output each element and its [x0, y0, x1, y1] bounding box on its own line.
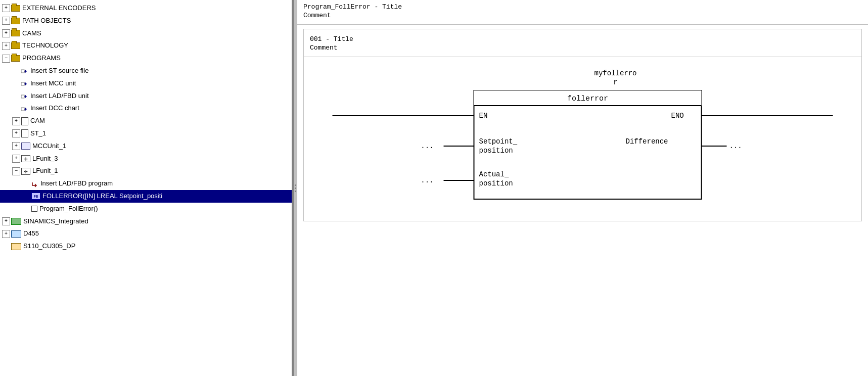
editor-panel: Program_FollError - Title Comment 001 - … — [297, 0, 868, 376]
label-s110: S110_CU305_DP — [23, 241, 75, 252]
port-setpoint-label2: position — [479, 147, 513, 155]
lf-icon-lfunit1: ✛ — [21, 168, 30, 175]
expand-icon-d455[interactable]: + — [2, 230, 10, 238]
tree-item-st1[interactable]: + ST_1 — [0, 127, 292, 140]
label-programs: PROGRAMS — [22, 53, 61, 64]
actual-ellipsis: ... — [421, 176, 433, 184]
lad-arrow-icon — [31, 181, 38, 187]
instance-name-line1: myfollerro — [594, 69, 636, 77]
label-lfunit1: LFunit_1 — [32, 166, 58, 176]
tree-item-lfunit3[interactable]: + ✛ LFunit_3 — [0, 153, 292, 165]
svg-rect-0 — [21, 70, 24, 73]
tree-item-program-follerror[interactable]: Program_FollError() — [0, 203, 292, 215]
rung-container: 001 - Title Comment myfollerro r follerr… — [303, 29, 862, 221]
label-mccunit1: MCCUnit_1 — [32, 141, 66, 152]
port-eno-label: ENO — [671, 112, 684, 120]
placeholder-program-follerror — [22, 205, 30, 213]
tree-item-mccunit1[interactable]: + MCCUnit_1 — [0, 140, 292, 153]
label-lfunit3: LFunit_3 — [32, 154, 58, 164]
expand-icon-lfunit1[interactable]: − — [12, 167, 20, 175]
difference-ellipsis: ... — [729, 142, 742, 150]
expand-icon-path-objects[interactable]: + — [2, 17, 10, 25]
tree-item-insert-lad[interactable]: Insert LAD/FBD unit — [0, 90, 292, 103]
tree-item-lfunit1[interactable]: − ✛ LFunit_1 — [0, 165, 292, 177]
label-insert-lad-prog: Insert LAD/FBD program — [40, 178, 113, 189]
splitter-dot-1 — [295, 184, 296, 186]
label-sinamics: SINAMICS_Integrated — [23, 216, 88, 227]
label-path-objects: PATH OBJECTS — [22, 16, 71, 26]
panel-splitter[interactable] — [293, 0, 297, 376]
placeholder-insert-lad-prog — [22, 180, 30, 188]
tree-item-s110[interactable]: S110_CU305_DP — [0, 240, 292, 253]
expand-icon-cams[interactable]: + — [2, 29, 10, 37]
tree-item-cam[interactable]: + CAM — [0, 115, 292, 127]
file-icon-cam — [21, 117, 28, 125]
label-insert-st: Insert ST source file — [30, 66, 88, 76]
tree-item-insert-lad-prog[interactable]: Insert LAD/FBD program — [0, 177, 292, 190]
port-actual-label1: Actual_ — [479, 170, 509, 178]
label-st1: ST_1 — [30, 128, 46, 139]
splitter-dot-3 — [295, 191, 296, 192]
tree-item-path-objects[interactable]: + PATH OBJECTS — [0, 15, 292, 27]
arrow-icon-insert-lad — [21, 93, 28, 99]
port-en-label: EN — [479, 112, 488, 120]
port-actual-label2: position — [479, 179, 513, 187]
expand-icon-mccunit1[interactable]: + — [12, 142, 20, 150]
expand-icon-external-encoders[interactable]: + — [2, 4, 10, 12]
tree-item-insert-dcc[interactable]: Insert DCC chart — [0, 102, 292, 115]
file-icon-st1 — [21, 129, 28, 137]
tree-item-follerror-fn[interactable]: FB FOLLERROR([IN] LREAL Setpoint_positi — [0, 190, 292, 203]
d455-icon — [11, 230, 21, 238]
tree-panel: + EXTERNAL ENCODERS + PATH OBJECTS + CAM… — [0, 0, 293, 376]
fbd-block-title: follerror — [567, 95, 608, 103]
folder-icon-technology — [11, 42, 20, 49]
arrow-icon-insert-st — [21, 68, 28, 74]
placeholder-insert-dcc — [12, 105, 20, 113]
port-setpoint-label1: Setpoint_ — [479, 137, 518, 146]
tree-item-sinamics[interactable]: + SINAMICS_Integrated — [0, 215, 292, 228]
label-insert-lad: Insert LAD/FBD unit — [30, 91, 89, 102]
expand-icon-lfunit3[interactable]: + — [12, 155, 20, 163]
block-icon-follerror: FB — [31, 193, 40, 200]
program-comment: Comment — [303, 12, 862, 19]
label-follerror-fn: FOLLERROR([IN] LREAL Setpoint_positi — [42, 191, 162, 202]
expand-icon-technology[interactable]: + — [2, 42, 10, 50]
expand-icon-sinamics[interactable]: + — [2, 217, 10, 225]
svg-rect-2 — [21, 95, 24, 98]
arrow-icon-insert-dcc — [21, 106, 28, 112]
rung-title: 001 - Title — [310, 35, 855, 43]
tree-item-d455[interactable]: + D455 — [0, 227, 292, 240]
folder-icon-cams — [11, 30, 20, 36]
expand-icon-programs[interactable]: − — [2, 55, 10, 63]
tree-item-programs[interactable]: − PROGRAMS — [0, 52, 292, 65]
folder-icon-path-objects — [11, 18, 20, 24]
folder-icon-external-encoders — [11, 5, 20, 12]
lf-icon-lfunit3: ✛ — [21, 155, 30, 162]
tree-item-insert-mcc[interactable]: Insert MCC unit — [0, 77, 292, 90]
svg-rect-1 — [21, 82, 24, 85]
placeholder-follerror — [22, 192, 30, 200]
tree-item-technology[interactable]: + TECHNOLOGY — [0, 39, 292, 52]
label-insert-dcc: Insert DCC chart — [30, 103, 79, 114]
svg-rect-3 — [21, 108, 24, 111]
label-technology: TECHNOLOGY — [22, 40, 68, 51]
expand-icon-st1[interactable]: + — [12, 129, 20, 137]
tree-item-external-encoders[interactable]: + EXTERNAL ENCODERS — [0, 2, 292, 15]
expand-icon-cam[interactable]: + — [12, 117, 20, 125]
mcc-icon-mccunit1 — [21, 143, 30, 150]
placeholder-s110 — [2, 243, 10, 251]
label-d455: D455 — [23, 228, 39, 239]
lad-diagram: myfollerro r follerror EN ENO Setpoi — [310, 65, 855, 207]
label-external-encoders: EXTERNAL ENCODERS — [22, 3, 96, 14]
program-title: Program_FollError - Title — [303, 3, 862, 11]
arrow-icon-insert-mcc — [21, 80, 28, 86]
folder-icon-programs — [11, 55, 20, 62]
port-difference-label: Difference — [626, 137, 668, 146]
tree-item-cams[interactable]: + CAMS — [0, 27, 292, 40]
sinamics-icon — [11, 218, 21, 225]
rung-content[interactable]: myfollerro r follerror EN ENO Setpoi — [304, 57, 861, 217]
label-cam: CAM — [30, 116, 45, 126]
rung-comment: Comment — [310, 44, 855, 52]
tree-item-insert-st[interactable]: Insert ST source file — [0, 65, 292, 77]
placeholder-insert-lad — [12, 92, 20, 100]
